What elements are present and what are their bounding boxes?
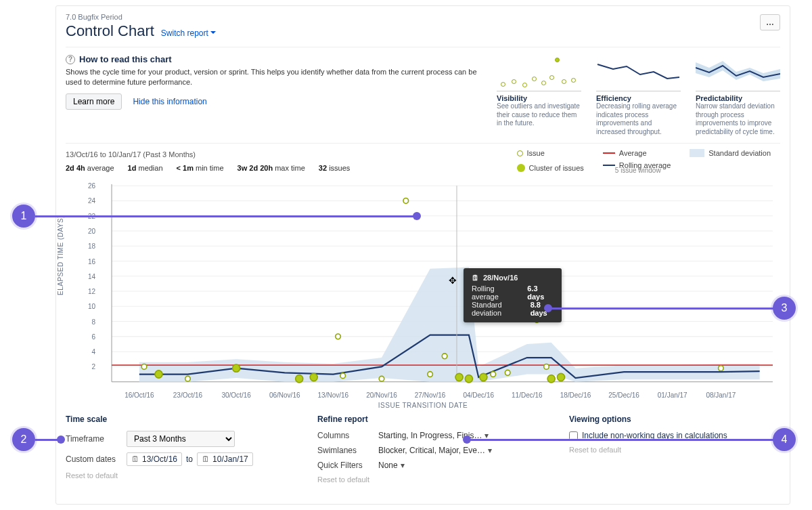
svg-point-18 <box>141 364 147 370</box>
y-tick: 6 <box>91 333 95 340</box>
y-tick: 20 <box>88 227 95 234</box>
svg-point-22 <box>296 375 303 383</box>
reset-timescale[interactable]: Reset to default <box>66 471 277 480</box>
howto-heading: How to read this chart <box>79 54 172 64</box>
svg-point-38 <box>557 373 564 381</box>
switch-report-link[interactable]: Switch report <box>161 28 216 38</box>
mini-predictability: Predictability Narrow standard deviation… <box>696 54 780 136</box>
y-tick: 14 <box>88 272 95 280</box>
more-actions-button[interactable]: … <box>760 14 780 30</box>
y-axis-label: ELAPSED TIME (DAYS) <box>57 215 64 295</box>
callout-4: 4 <box>773 428 796 451</box>
date-to-input[interactable]: 🗓 10/Jan/17 <box>197 452 253 466</box>
y-tick: 26 <box>88 182 95 190</box>
divider <box>66 143 780 144</box>
svg-point-27 <box>403 198 409 204</box>
y-tick: 12 <box>88 288 95 295</box>
divider <box>66 47 780 47</box>
move-cursor-icon: ✥ <box>449 275 459 286</box>
svg-point-33 <box>491 372 496 377</box>
viewing-section: Viewing options Include non-working days… <box>569 415 780 484</box>
svg-point-25 <box>340 373 346 379</box>
svg-point-30 <box>455 373 463 381</box>
svg-point-32 <box>480 373 487 381</box>
svg-point-28 <box>428 372 433 377</box>
reset-refine[interactable]: Reset to default <box>317 475 528 484</box>
callout-1: 1 <box>12 205 35 228</box>
svg-point-21 <box>233 364 240 372</box>
svg-point-36 <box>544 364 549 370</box>
y-tick: 24 <box>88 197 95 205</box>
mini-efficiency: Efficiency Decreasing rolling average in… <box>596 54 681 136</box>
y-tick: 10 <box>88 303 95 310</box>
svg-point-29 <box>442 354 447 359</box>
x-tick: 18/Dec/16 <box>560 391 591 399</box>
breadcrumb: 7.0 Bugfix Period <box>66 13 780 21</box>
x-tick: 25/Dec/16 <box>608 391 639 399</box>
quickfilters-dropdown[interactable]: None▾ <box>378 461 405 470</box>
svg-point-19 <box>155 370 162 378</box>
y-tick: 18 <box>88 242 95 250</box>
x-tick: 30/Oct/16 <box>221 391 250 399</box>
swimlanes-dropdown[interactable]: Blocker, Critical, Major, Eve…▾ <box>378 446 492 455</box>
svg-point-34 <box>505 370 510 375</box>
y-tick: 2 <box>91 363 95 370</box>
svg-point-20 <box>185 376 191 381</box>
page-title: Control Chart <box>66 22 154 40</box>
x-tick: 16/Oct/16 <box>125 391 154 399</box>
x-axis-label: ISSUE TRANSITION DATE <box>66 402 780 409</box>
hide-info-link[interactable]: Hide this information <box>133 97 206 106</box>
date-from-input[interactable]: 🗓 13/Oct/16 <box>127 452 182 466</box>
howto-description: Shows the cycle time for your product, v… <box>66 67 483 88</box>
report-panel: 7.0 Bugfix Period Control Chart Switch r… <box>55 5 790 505</box>
y-tick: 4 <box>91 348 95 356</box>
chart-tooltip: 🗓28/Nov/16 Rolling average6.3 days Stand… <box>464 268 562 322</box>
x-tick: 08/Jan/17 <box>706 391 736 399</box>
svg-point-39 <box>719 366 724 371</box>
callout-3: 3 <box>773 297 796 320</box>
reset-viewing[interactable]: Reset to default <box>569 446 780 454</box>
calendar-icon: 🗓 <box>131 454 139 464</box>
timeframe-select[interactable]: Past 3 Months <box>127 431 235 447</box>
mini-visibility: Visibility See outliers and investigate … <box>497 54 581 136</box>
timescale-section: Time scale Timeframe Past 3 Months Custo… <box>66 415 277 484</box>
learn-more-button[interactable]: Learn more <box>66 93 122 110</box>
refine-section: Refine report Columns Starting, In Progr… <box>317 415 528 484</box>
x-tick: 13/Nov/16 <box>318 391 349 399</box>
x-tick: 23/Oct/16 <box>173 391 202 399</box>
chart-legend: Issue Average Standard deviation Cluster… <box>517 149 771 174</box>
calendar-icon: 🗓 <box>202 454 210 464</box>
calendar-icon: 🗓 <box>472 274 479 282</box>
callout-2: 2 <box>12 428 35 451</box>
svg-point-23 <box>310 373 317 381</box>
x-tick: 01/Jan/17 <box>658 391 687 399</box>
svg-marker-0 <box>696 61 780 81</box>
controls-row: Time scale Timeframe Past 3 Months Custo… <box>66 415 780 484</box>
help-icon: ? <box>66 55 75 64</box>
y-tick: 8 <box>91 318 95 325</box>
x-tick: 27/Nov/16 <box>415 391 446 399</box>
svg-point-24 <box>336 334 341 339</box>
x-tick: 11/Dec/16 <box>512 391 543 399</box>
svg-point-31 <box>465 375 472 383</box>
svg-point-37 <box>547 375 555 383</box>
x-tick: 04/Dec/16 <box>463 391 494 399</box>
chevron-down-icon <box>210 31 216 37</box>
svg-point-26 <box>379 376 384 381</box>
y-tick: 16 <box>88 257 95 265</box>
x-tick: 20/Nov/16 <box>366 391 397 399</box>
howto-block: ? How to read this chart Shows the cycle… <box>66 54 780 136</box>
x-tick: 06/Nov/16 <box>269 391 300 399</box>
